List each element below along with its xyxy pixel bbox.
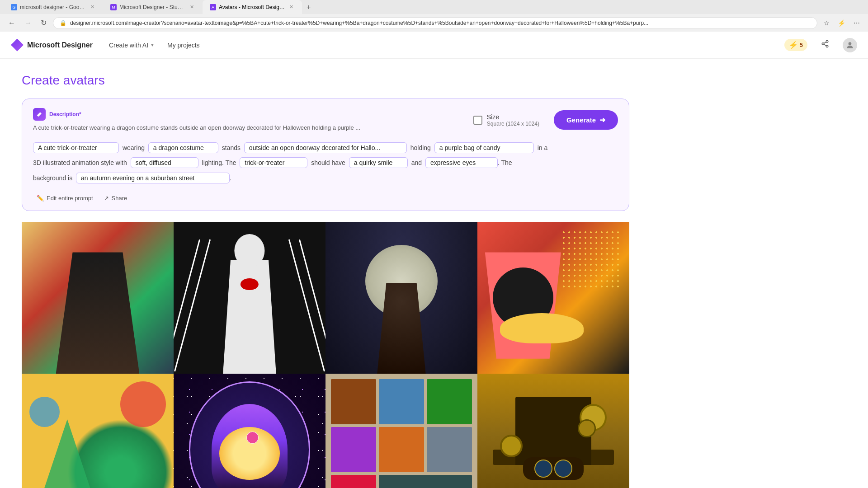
browser-chrome: G microsoft designer - Google S... ✕ M M… <box>0 0 868 32</box>
svg-point-0 <box>826 41 828 43</box>
prompt-description-text: A cute trick-or-treater wearing a dragon… <box>33 123 466 132</box>
tab-favicon-1: G <box>11 4 17 10</box>
page-title-accent: avatars <box>63 73 105 87</box>
costume-field[interactable] <box>148 142 218 153</box>
tab-favicon-2: M <box>110 4 117 10</box>
image-cell-7[interactable] <box>326 374 477 488</box>
generate-button[interactable]: Generate ➜ <box>554 110 618 130</box>
edit-label: Edit entire prompt <box>47 195 93 202</box>
description-label: Description* <box>49 111 81 117</box>
logo-text: Microsoft Designer <box>27 41 93 49</box>
coins-badge[interactable]: ⚡ 5 <box>784 39 807 51</box>
prompt-fields-line-3: background is . <box>33 174 231 182</box>
size-label: Size <box>487 113 539 121</box>
prompt-header: Description* <box>33 108 466 121</box>
generate-arrow-icon: ➜ <box>599 116 605 124</box>
tab-2[interactable]: M Microsoft Designer - Stunning... ✕ <box>103 0 203 14</box>
item-field[interactable] <box>434 142 534 153</box>
image-cell-3[interactable] <box>326 222 477 374</box>
size-section: Size Square (1024 x 1024) <box>473 113 539 127</box>
nav-actions: ☆ ⚡ ⋯ <box>821 18 863 28</box>
background-field[interactable] <box>76 173 230 183</box>
close-tab-2[interactable]: ✕ <box>189 4 195 10</box>
prompt-left: Description* A cute trick-or-treater wea… <box>33 108 466 132</box>
location-field[interactable] <box>244 142 407 153</box>
holding-word: holding <box>410 144 431 151</box>
eyes-field[interactable] <box>425 157 498 168</box>
image-cell-5[interactable] <box>22 374 174 488</box>
svg-line-4 <box>824 42 826 43</box>
period1: . The <box>498 159 512 166</box>
wearing-word: wearing <box>123 144 145 151</box>
lighting-field[interactable] <box>131 157 198 168</box>
lighting-word: lighting. The <box>202 159 236 166</box>
share-prompt-icon: ↗ <box>104 195 109 202</box>
page-title: Create avatars <box>22 73 629 88</box>
create-with-ai-label: Create with AI <box>109 42 148 49</box>
style-phrase: 3D illustrated animation style with <box>33 159 127 166</box>
header-nav: Create with AI ▼ My projects <box>104 39 205 52</box>
app-header: Microsoft Designer Create with AI ▼ My p… <box>0 32 868 59</box>
generate-label: Generate <box>566 116 596 124</box>
background-word: background is <box>33 174 72 182</box>
edit-icon: ✏️ <box>37 195 44 202</box>
tab-1[interactable]: G microsoft designer - Google S... ✕ <box>4 0 103 14</box>
share-icon <box>821 40 829 48</box>
subject-field[interactable] <box>33 142 119 153</box>
prompt-fields-area: wearing stands holding in a 3D illustrat… <box>33 141 618 186</box>
nav-bar: ← → ↻ 🔒 designer.microsoft.com/image-cre… <box>0 14 868 32</box>
prompt-fields-line-2: 3D illustrated animation style with ligh… <box>33 159 512 166</box>
image-cell-6[interactable] <box>174 374 326 488</box>
page-title-plain: Create <box>22 73 63 87</box>
ina-word: in a <box>538 144 548 151</box>
close-tab-3[interactable]: ✕ <box>288 4 295 10</box>
new-tab-button[interactable]: + <box>302 0 315 14</box>
my-projects-nav[interactable]: My projects <box>162 39 205 52</box>
tab-3[interactable]: A Avatars - Microsoft Designer ✕ <box>203 0 302 14</box>
refresh-button[interactable]: ↻ <box>38 17 49 29</box>
size-checkbox[interactable] <box>473 116 482 125</box>
character-field[interactable] <box>240 157 307 168</box>
size-value: Square (1024 x 1024) <box>487 121 539 127</box>
tab-title-2: Microsoft Designer - Stunning... <box>119 4 186 10</box>
and-word: and <box>411 159 422 166</box>
extensions-button[interactable]: ⚡ <box>835 18 848 28</box>
stands-word: stands <box>222 144 241 151</box>
coin-icon: ⚡ <box>789 41 798 49</box>
prompt-fields-line-1: wearing stands holding in a <box>33 144 549 151</box>
main-content: Create avatars Description* A cute trick… <box>0 59 651 488</box>
create-with-ai-nav[interactable]: Create with AI ▼ <box>104 39 160 52</box>
forward-button[interactable]: → <box>22 17 34 29</box>
image-cell-4[interactable] <box>477 222 629 374</box>
share-header-button[interactable] <box>818 37 832 53</box>
back-button[interactable]: ← <box>5 17 18 29</box>
share-button[interactable]: ↗ Share <box>100 193 131 203</box>
logo-area[interactable]: Microsoft Designer <box>11 39 93 52</box>
prompt-icon <box>33 108 46 121</box>
image-cell-2[interactable] <box>174 222 326 374</box>
smile-field[interactable] <box>349 157 408 168</box>
logo-icon <box>11 39 24 52</box>
edit-prompt-button[interactable]: ✏️ Edit entire prompt <box>33 193 97 203</box>
svg-point-2 <box>826 45 828 47</box>
user-avatar-button[interactable] <box>843 38 857 52</box>
browser-menu-button[interactable]: ⋯ <box>851 18 863 28</box>
prompt-container: Description* A cute trick-or-treater wea… <box>22 99 629 211</box>
bookmark-button[interactable]: ☆ <box>821 18 832 28</box>
image-cell-8[interactable] <box>477 374 629 488</box>
tab-title-3: Avatars - Microsoft Designer <box>219 4 285 10</box>
svg-line-3 <box>824 44 826 46</box>
prompt-top-row: Description* A cute trick-or-treater wea… <box>33 108 618 132</box>
my-projects-label: My projects <box>167 42 200 49</box>
close-tab-1[interactable]: ✕ <box>89 4 96 10</box>
should-word: should have <box>311 159 345 166</box>
svg-point-5 <box>849 42 852 45</box>
address-bar[interactable]: 🔒 designer.microsoft.com/image-creator?s… <box>53 17 817 29</box>
address-text: designer.microsoft.com/image-creator?sce… <box>70 20 811 26</box>
image-cell-1[interactable] <box>22 222 174 374</box>
period2: . <box>230 174 231 182</box>
create-ai-chevron-icon: ▼ <box>150 42 155 47</box>
size-info: Size Square (1024 x 1024) <box>487 113 539 127</box>
lock-icon: 🔒 <box>60 20 66 26</box>
tab-favicon-3: A <box>210 4 216 10</box>
